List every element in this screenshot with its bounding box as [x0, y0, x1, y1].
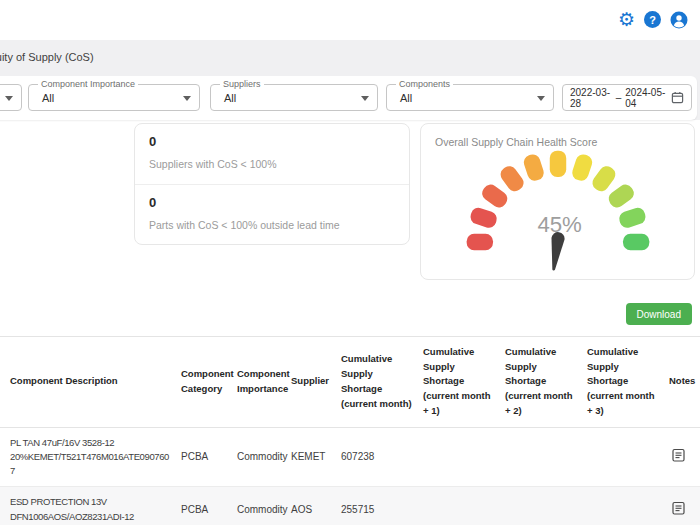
filter-bar: Component Importance All Suppliers All C… [0, 76, 697, 120]
table-row: PL TAN 47uF/16V 3528-12 20%KEMET/T521T47… [0, 427, 700, 487]
chevron-down-icon [5, 96, 13, 101]
column-header: Supplier [286, 337, 336, 428]
shortage-table-section: Component Description Component Category… [0, 336, 700, 525]
calendar-icon[interactable] [671, 91, 684, 104]
page-header-band: Continuity of Supply (CoS) Component Imp… [0, 40, 700, 120]
download-button[interactable]: Download [626, 303, 692, 325]
kpi-label: Parts with CoS < 100% outside lead time [149, 219, 395, 231]
topbar-icons: ⚙ ? [618, 10, 688, 29]
gauge-segment [549, 151, 565, 177]
cell-m1 [418, 427, 500, 487]
gauge-segment [466, 234, 492, 250]
filter-value: All [400, 92, 412, 104]
date-end: 2024-05-04 [625, 87, 667, 109]
cell-notes [664, 487, 700, 525]
chevron-down-icon [537, 96, 545, 101]
column-header: Cumulative Supply Shortage (current mont… [336, 337, 418, 428]
topbar: ⚙ ? [0, 0, 700, 40]
cell-m2 [500, 487, 582, 525]
column-header: Cumulative Supply Shortage (current mont… [582, 337, 664, 428]
filter-value: All [42, 92, 54, 104]
column-header: Notes [664, 337, 700, 428]
filter-select-clipped[interactable] [0, 84, 22, 111]
notes-icon[interactable] [672, 448, 685, 462]
cell-description: ESD PROTECTION 13V DFN1006AOS/AOZ8231ADI… [0, 487, 176, 525]
cell-m0: 607238 [336, 427, 418, 487]
kpi-suppliers-cos: 0 Suppliers with CoS < 100% [135, 124, 409, 184]
chevron-down-icon [183, 96, 191, 101]
column-header: Component Importance [232, 337, 286, 428]
filter-label: Components [396, 79, 453, 89]
gauge-segment [589, 163, 618, 194]
gauge-segment [468, 206, 498, 230]
gauge-segment [617, 206, 647, 230]
gauge-segment [521, 153, 545, 183]
gauge-segment [570, 153, 594, 183]
column-header: Component Description [0, 337, 176, 428]
gauge-segment [623, 234, 649, 250]
gauge-needle [547, 231, 565, 271]
cell-m1 [418, 487, 500, 525]
kpi-value: 0 [149, 134, 395, 149]
filter-components[interactable]: Components All [386, 84, 554, 111]
filter-label: Component Importance [38, 79, 138, 89]
gauge-segment [479, 182, 510, 211]
cell-category: PCBA [176, 487, 232, 525]
account-icon[interactable] [670, 11, 688, 29]
cell-supplier: AOS [286, 487, 336, 525]
kpi-parts-cos: 0 Parts with CoS < 100% outside lead tim… [135, 184, 409, 244]
date-separator: – [616, 92, 622, 103]
date-range-picker[interactable]: 2022-03-28 – 2024-05-04 [562, 84, 692, 111]
filter-component-importance[interactable]: Component Importance All [28, 84, 200, 111]
cell-description: PL TAN 47uF/16V 3528-12 20%KEMET/T521T47… [0, 427, 176, 487]
notes-icon[interactable] [672, 501, 685, 515]
kpi-value: 0 [149, 195, 395, 210]
cell-importance: Commodity [232, 427, 286, 487]
kpi-card: 0 Suppliers with CoS < 100% 0 Parts with… [134, 123, 410, 245]
chevron-down-icon [361, 96, 369, 101]
cell-importance: Commodity [232, 487, 286, 525]
cell-m2 [500, 427, 582, 487]
health-gauge: 45% [463, 149, 653, 279]
cell-m0: 255715 [336, 487, 418, 525]
cell-category: PCBA [176, 427, 232, 487]
cell-m3 [582, 487, 664, 525]
column-header: Component Category [176, 337, 232, 428]
page-title: Continuity of Supply (CoS) [0, 51, 94, 63]
filter-suppliers[interactable]: Suppliers All [210, 84, 378, 111]
cell-m3 [582, 427, 664, 487]
app-frame: ⚙ ? Continuity of Supply (CoS) Component… [0, 0, 700, 525]
shortage-table: Component Description Component Category… [0, 336, 700, 525]
table-row: ESD PROTECTION 13V DFN1006AOS/AOZ8231ADI… [0, 487, 700, 525]
gauge-segment [497, 163, 526, 194]
cell-supplier: KEMET [286, 427, 336, 487]
settings-gear-icon[interactable]: ⚙ [618, 10, 635, 29]
gauge-title: Overall Supply Chain Health Score [435, 136, 680, 148]
help-icon[interactable]: ? [644, 11, 661, 28]
filter-value: All [224, 92, 236, 104]
filter-label: Suppliers [220, 79, 264, 89]
kpi-label: Suppliers with CoS < 100% [149, 158, 395, 170]
health-score-card: Overall Supply Chain Health Score 45% [420, 123, 695, 280]
column-header: Cumulative Supply Shortage (current mont… [418, 337, 500, 428]
date-start: 2022-03-28 [570, 87, 612, 109]
table-header-row: Component Description Component Category… [0, 337, 700, 428]
column-header: Cumulative Supply Shortage (current mont… [500, 337, 582, 428]
gauge-segment [605, 182, 636, 211]
cell-notes [664, 427, 700, 487]
